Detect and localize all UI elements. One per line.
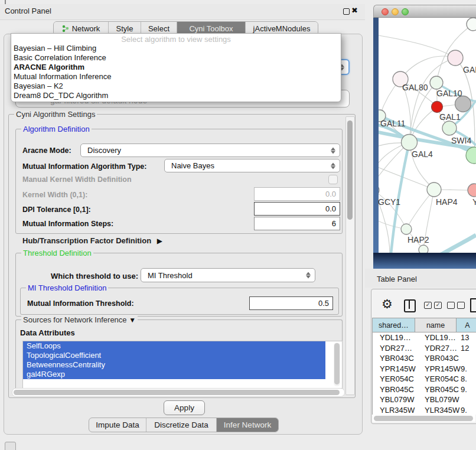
node-gray[interactable] bbox=[455, 96, 471, 112]
zoom-traffic-light-icon[interactable] bbox=[402, 8, 409, 15]
node-gal4[interactable] bbox=[402, 135, 418, 151]
cell: 12 bbox=[458, 344, 469, 353]
list-item[interactable]: TopologicalCoefficient bbox=[23, 351, 325, 360]
combo-spinner-icon bbox=[331, 162, 335, 169]
which-threshold-label: Which threshold to use: bbox=[51, 272, 138, 281]
data-attributes-list[interactable]: SelfLoops TopologicalCoefficient Between… bbox=[22, 341, 343, 389]
settings-horizontal-scrollbar[interactable] bbox=[12, 388, 345, 397]
table-horizontal-scrollbar[interactable] bbox=[373, 415, 475, 422]
screen: Control Panel ✖ Network Style Select Cyn… bbox=[0, 0, 476, 450]
network-canvas[interactable] bbox=[379, 18, 476, 253]
table-panel-title: Table Panel bbox=[377, 275, 417, 283]
tab-jactivemnodules-label: jActiveMNodules bbox=[253, 24, 311, 33]
mi-threshold-field[interactable]: 0.5 bbox=[249, 296, 333, 310]
checked-box-icon: ✓ bbox=[434, 302, 442, 309]
settings-vertical-scrollbar[interactable] bbox=[345, 116, 355, 395]
which-threshold-combo[interactable]: MI Threshold bbox=[141, 268, 315, 282]
dropdown-item[interactable]: Dream8 DC_TDC Algorithm bbox=[11, 91, 341, 100]
checked-box-icon: ✓ bbox=[424, 302, 432, 309]
node-gal10[interactable] bbox=[430, 76, 443, 89]
kernel-width-field[interactable]: 0.0 bbox=[254, 187, 340, 201]
tab-impute-data-label: Impute Data bbox=[96, 420, 139, 429]
cell: YER054C bbox=[416, 374, 458, 383]
dropdown-item[interactable]: Bayesian – Hill Climbing bbox=[11, 44, 341, 53]
mi-type-combo[interactable]: Naive Bayes bbox=[164, 159, 340, 172]
sources-toggle[interactable]: Sources for Network Inference ▼ bbox=[21, 315, 138, 324]
network-window-titlebar[interactable] bbox=[373, 5, 476, 18]
tab-discretize-data[interactable]: Discretize Data bbox=[146, 418, 217, 432]
tab-cyni-toolbox-label: Cyni Toolbox bbox=[189, 24, 233, 33]
kernel-width-label: Kernel Width (0,1): bbox=[22, 191, 87, 199]
dpi-tolerance-field[interactable]: 0.0 bbox=[254, 202, 340, 216]
hub-definition-label: Hub/Transcription Factor Definition bbox=[22, 236, 151, 245]
cell: 8. bbox=[458, 374, 467, 383]
hub-definition-toggle[interactable]: Hub/Transcription Factor Definition ▶ bbox=[22, 236, 162, 245]
column-header-partial[interactable]: A bbox=[457, 318, 476, 332]
which-threshold-value: MI Threshold bbox=[148, 271, 193, 280]
panel-divider-handle[interactable] bbox=[5, 0, 6, 4]
dropdown-item[interactable]: Bayesian – K2 bbox=[11, 81, 341, 91]
node-table: shared… name A YDL19…YDL19…13 YDR27…YDR2… bbox=[372, 318, 476, 415]
cell: YBL079W bbox=[373, 395, 416, 404]
float-window-icon[interactable] bbox=[343, 8, 350, 15]
manual-kernel-checkbox[interactable] bbox=[328, 175, 338, 184]
close-icon[interactable]: ✖ bbox=[351, 6, 358, 15]
cell: YLR345W bbox=[373, 406, 416, 415]
scrollbar-thumb[interactable] bbox=[374, 416, 473, 421]
cell: 13 bbox=[458, 333, 469, 342]
tab-infer-network[interactable]: Infer Network bbox=[217, 418, 278, 432]
close-traffic-light-icon[interactable] bbox=[382, 8, 389, 15]
table-row[interactable]: YDR27…YDR27…12 bbox=[373, 343, 476, 354]
table-row[interactable]: YBR045CYBR045C9. bbox=[373, 384, 476, 395]
scrollbar-thumb[interactable] bbox=[334, 343, 340, 384]
columns-icon[interactable] bbox=[404, 299, 416, 312]
node[interactable] bbox=[467, 18, 476, 31]
dropdown-item[interactable]: Mutual Information Inference bbox=[11, 72, 341, 81]
deselect-all-columns-button[interactable] bbox=[447, 302, 465, 309]
page-icon[interactable] bbox=[470, 298, 476, 312]
table-row[interactable]: YER054CYER054C8. bbox=[373, 374, 476, 384]
tab-discretize-data-label: Discretize Data bbox=[154, 420, 208, 429]
cell: 9. bbox=[458, 385, 467, 394]
node-hap4[interactable] bbox=[427, 182, 441, 197]
list-item[interactable]: gal4RGexp bbox=[23, 370, 325, 379]
cell: YDL19… bbox=[373, 333, 416, 342]
control-panel-title: Control Panel bbox=[5, 6, 51, 15]
minimize-traffic-light-icon[interactable] bbox=[392, 8, 399, 15]
scrollbar-thumb[interactable] bbox=[14, 390, 340, 395]
minimized-frame-icon[interactable] bbox=[5, 442, 16, 450]
node-gal1-red[interactable] bbox=[432, 102, 443, 113]
gear-icon[interactable]: ⚙ bbox=[382, 297, 393, 311]
node[interactable] bbox=[419, 245, 428, 253]
node-salmon[interactable] bbox=[468, 184, 476, 197]
cyni-settings-title: Cyni Algorithm Settings bbox=[14, 110, 97, 119]
mi-threshold-group-title: MI Threshold Definition bbox=[26, 283, 108, 292]
mi-steps-field[interactable]: 6 bbox=[254, 217, 340, 230]
algorithm-definition-title: Algorithm Definition bbox=[21, 125, 92, 133]
dropdown-item[interactable]: Basic Correlation Inference bbox=[11, 53, 341, 63]
table-row[interactable]: YBR043CYBR043C bbox=[373, 353, 476, 364]
tab-network-label: Network bbox=[72, 24, 100, 33]
table-row[interactable]: YBL079WYBL079W bbox=[373, 394, 476, 405]
mi-type-label: Mutual Information Algorithm Type: bbox=[22, 162, 146, 171]
apply-button[interactable]: Apply bbox=[164, 400, 205, 415]
node-hap2[interactable] bbox=[401, 224, 412, 234]
dpi-tolerance-value: 0.0 bbox=[325, 204, 336, 213]
node-label: Y bbox=[472, 197, 476, 207]
table-row[interactable]: YPR145WYPR145W9. bbox=[373, 364, 476, 374]
mi-threshold-value: 0.5 bbox=[318, 299, 329, 308]
list-item[interactable]: BetweennessCentrality bbox=[23, 360, 325, 370]
node-green[interactable] bbox=[442, 121, 457, 135]
column-header-name[interactable]: name bbox=[415, 318, 457, 332]
list-item[interactable]: SelfLoops bbox=[23, 341, 325, 351]
aracne-mode-combo[interactable]: Discovery bbox=[80, 144, 340, 157]
scrollbar-thumb[interactable] bbox=[347, 120, 353, 220]
column-header-shared-name[interactable]: shared… bbox=[373, 318, 415, 332]
dropdown-item-selected[interactable]: ARACNE Algorithm bbox=[11, 63, 341, 72]
table-row[interactable]: YDL19…YDL19…13 bbox=[373, 332, 476, 343]
table-row[interactable]: YLR345WYLR345W9. bbox=[373, 405, 476, 415]
tab-impute-data[interactable]: Impute Data bbox=[89, 418, 146, 432]
list-vertical-scrollbar[interactable] bbox=[334, 343, 340, 386]
select-all-columns-button[interactable]: ✓ ✓ bbox=[424, 302, 442, 309]
node-gal-pink[interactable] bbox=[448, 50, 463, 66]
